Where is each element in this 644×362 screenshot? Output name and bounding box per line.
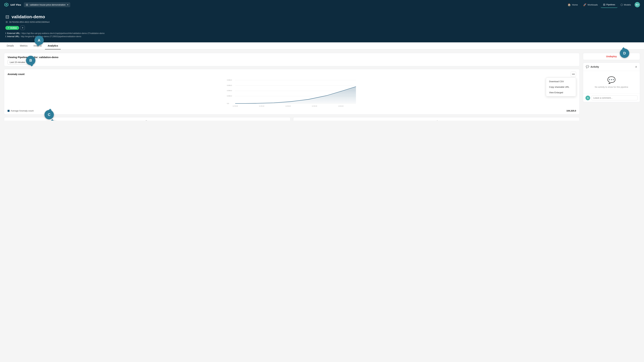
main-content: Viewing Pipeline Data for: validation-de… [4,53,580,121]
activity-panel: 💬 Activity ∧ 💬 No activity to show for t… [583,63,640,102]
chart-legend: Average Anomaly count 104,325.0 [4,108,580,114]
svg-text:0.0: 0.0 [227,103,229,104]
chart-title: Anomaly count [8,73,24,75]
navbar: UAT Flex ⊟ validation-house-price-demons… [0,0,644,9]
activity-icon: 💬 [586,65,589,68]
avatar-chevron-icon: ▾ [638,4,639,6]
undeploy-button[interactable]: Undeploy [583,53,640,60]
anomaly-chart-svg: 0.000.0 0.000.0 0.000.0 0.000.0 0.0 [8,78,576,108]
chart-svg-container: 0.000.0 0.000.0 0.000.0 0.000.0 0.0 [4,78,580,108]
pipelines-icon: ⊟ [603,3,605,6]
tab-insights[interactable]: Insights [31,42,44,49]
activity-header: 💬 Activity ∧ [583,63,640,71]
activity-title-group: 💬 Activity [586,65,599,68]
nav-item-pipelines-label: Pipelines [606,3,615,6]
anomaly-log-panel: Anomaly Log [293,117,580,121]
tab-analytics[interactable]: Analytics [45,42,61,49]
sidebar: Undeploy 💬 Activity ∧ 💬 No activity to s… [583,53,640,121]
dropdown-item-download-csv[interactable]: Download CSV [546,79,576,84]
svg-text:0.000.0: 0.000.0 [227,79,232,81]
svg-text:0.000.0: 0.000.0 [227,95,232,97]
svg-text:11:53:20: 11:53:20 [259,105,264,107]
legend-dot-icon [8,110,10,112]
workloads-icon: 🚀 [583,3,586,6]
pipeline-selector-label: validation-house-price-demonstration [30,3,66,6]
audit-log-panel: Audit Log [4,117,290,121]
empty-message-icon: 💬 [607,76,616,84]
bottom-panels: Audit Log Anomaly Log [4,117,580,121]
nav-item-models-label: Models [624,3,631,6]
status-label: Active [10,27,17,29]
undeploy-label: Undeploy [606,55,617,58]
nav-item-home[interactable]: 🏠 Home [565,2,580,8]
hero-pipeline-icon: ⊟ [5,14,9,19]
activity-title-label: Activity [590,65,599,68]
svg-text:12:03:20: 12:03:20 [338,105,344,107]
hero-section: ⊟ validation-demo ⊟ 3b760458-8f04-4822-9… [0,9,644,42]
legend-avg-label: Average Anomaly count [10,110,34,112]
pipeline-selector[interactable]: ⊟ validation-house-price-demonstration ▾ [24,2,70,7]
legend-avg-value: 104,325.0 [566,110,576,112]
time-selector-label: Last 15 minutes [10,61,25,63]
time-selector[interactable]: Last 15 minutes ▾ [8,60,30,64]
time-selector-chevron-icon: ▾ [26,61,27,63]
page-title: validation-demo [12,14,45,19]
add-badge-button[interactable]: + [20,26,25,30]
brand-logo[interactable]: UAT Flex [4,2,21,7]
dropdown-item-view-enlarged[interactable]: View Enlarged [546,90,576,95]
activity-collapse-button[interactable]: ∧ [635,65,637,68]
nav-item-workloads[interactable]: 🚀 Workloads [581,2,600,8]
hero-id-icon: ⊟ [6,20,8,23]
check-icon: ✓ [8,27,10,29]
anomaly-log-title: Anomaly Log [297,120,576,121]
brand-name: UAT Flex [10,3,21,6]
chevron-down-icon: ▾ [67,4,68,6]
tab-details[interactable]: Details [4,42,16,49]
chart-panel: Anomaly count ••• Download CSV Copy shar… [4,69,580,115]
status-badge[interactable]: ✓ Active [5,26,19,30]
tab-bar: Details Metrics Insights Analytics [0,42,644,50]
activity-empty-message: No activity to show for this pipeline [595,86,628,88]
nav-item-workloads-label: Workloads [588,3,598,6]
svg-text:11:50:00: 11:50:00 [232,105,238,107]
external-url-link[interactable]: https://api.flex-uat-gcp.wallaroo.dev/v1… [22,32,104,34]
wallaroo-logo-icon [4,2,9,7]
chart-menu-button[interactable]: ••• [571,71,576,77]
pipeline-id: 3b760458-8f04-4822-9293-b0581580f4e4 [9,21,50,23]
comment-avatar: N [586,96,590,100]
internal-url-label: Internal URL: [7,35,20,38]
models-icon: ⬡ [620,3,623,6]
viewing-panel: Viewing Pipeline Data for: validation-de… [4,53,580,66]
avatar[interactable]: N ▾ [634,2,640,7]
home-icon: 🏠 [568,3,571,6]
chart-dropdown-menu: Download CSV Copy shareable URL View Enl… [546,78,576,96]
internal-url-link[interactable]: http://engine-lb.validation-demo-27:2950… [21,35,81,38]
main-nav: 🏠 Home 🚀 Workloads ⊟ Pipelines ⬡ Models [565,2,633,8]
avatar-initials: N [636,3,638,6]
external-url-info-icon: ℹ [5,32,6,34]
comment-input[interactable] [592,95,638,100]
chart-header: Anomaly count ••• [4,69,580,78]
svg-point-2 [6,4,7,5]
svg-text:11:56:40: 11:56:40 [286,105,291,107]
legend-avg-anomaly: Average Anomaly count [8,110,34,112]
svg-text:12:00:00: 12:00:00 [312,105,317,107]
external-url-label: External URL: [7,32,20,34]
nav-item-models[interactable]: ⬡ Models [618,2,633,8]
comment-box: N [583,94,640,102]
audit-log-title: Audit Log [8,120,287,121]
nav-item-pipelines[interactable]: ⊟ Pipelines [601,2,618,8]
activity-empty-state: 💬 No activity to show for this pipeline [583,71,640,94]
dropdown-item-copy-url[interactable]: Copy shareable URL [546,84,576,90]
nav-item-home-label: Home [572,3,578,6]
svg-text:0.000.0: 0.000.0 [227,90,232,91]
svg-text:0.000.0: 0.000.0 [227,85,232,86]
pipe-selector-icon: ⊟ [26,3,28,6]
viewing-panel-title: Viewing Pipeline Data for: validation-de… [8,56,576,59]
tab-metrics[interactable]: Metrics [17,42,30,49]
internal-url-info-icon: ℹ [5,35,6,38]
viewing-panel-header: Viewing Pipeline Data for: validation-de… [4,53,580,66]
main-layout: Viewing Pipeline Data for: validation-de… [0,50,644,121]
